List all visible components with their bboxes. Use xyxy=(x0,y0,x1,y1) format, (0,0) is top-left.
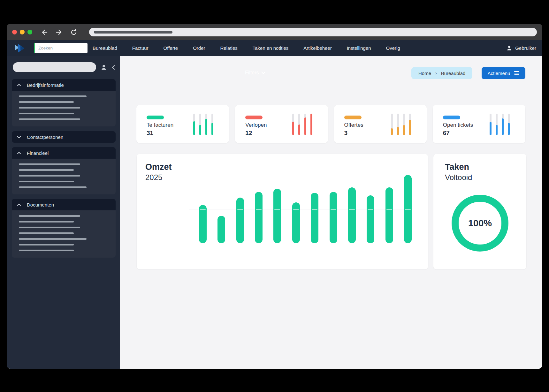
stat-value: 67 xyxy=(443,130,450,137)
chart-bar xyxy=(385,187,393,243)
chevron-up-icon xyxy=(17,151,21,155)
global-search-input[interactable] xyxy=(35,46,88,50)
back-button[interactable] xyxy=(41,28,48,36)
nav-item-order[interactable]: Order xyxy=(193,45,205,51)
sparkline-fill xyxy=(304,117,306,135)
stat-cards-row: Te facturen31Verlopen12Offertes3Open tic… xyxy=(136,105,525,143)
breadcrumb-separator: › xyxy=(435,71,437,76)
stat-card-verlopen[interactable]: Verlopen12 xyxy=(235,105,328,143)
nav-item-taken-en-notities[interactable]: Taken en notities xyxy=(253,45,289,51)
address-bar[interactable] xyxy=(89,28,537,36)
section-header-financieel[interactable]: Financieel xyxy=(12,147,116,159)
section-header-bedrijfsinformatie[interactable]: Bedrijfsinformatie xyxy=(12,79,116,91)
forward-button[interactable] xyxy=(55,28,63,36)
filters-dropdown[interactable]: Filters xyxy=(245,70,265,76)
sparkline-fill xyxy=(403,125,405,135)
gridline-dash-overlay xyxy=(256,209,262,210)
sidebar-section-contactpersonen: Contactpersonen xyxy=(12,131,116,143)
placeholder-line xyxy=(19,250,74,251)
sidebar-section-financieel: Financieel xyxy=(12,147,116,194)
main-content: Filters Home›Bureaublad Actiemenu Te fac… xyxy=(120,56,542,369)
chart-bar xyxy=(292,202,300,243)
chart-bar xyxy=(199,205,207,243)
stat-card-open-tickets[interactable]: Open tickets67 xyxy=(433,105,525,143)
chart-bar xyxy=(311,193,318,243)
reload-button[interactable] xyxy=(70,28,78,36)
chart-bar xyxy=(217,216,225,243)
placeholder-line xyxy=(19,107,80,109)
gridline-dash-overlay xyxy=(312,209,317,210)
user-label: Gebruiker xyxy=(515,45,536,51)
breadcrumb-item-home[interactable]: Home xyxy=(418,71,431,76)
app-logo-icon xyxy=(15,43,26,53)
sparkline xyxy=(391,114,411,135)
chevron-up-icon xyxy=(17,202,21,207)
chart-bar xyxy=(236,198,244,243)
topnav-items: BureaubladFactuurOfferteOrderRelatiesTak… xyxy=(93,45,400,51)
sparkline-track xyxy=(403,114,405,135)
stat-card-offertes[interactable]: Offertes3 xyxy=(334,105,427,143)
donut-ring: 100% xyxy=(452,195,508,252)
stat-label: Te facturen xyxy=(147,122,173,128)
placeholder-line xyxy=(19,221,74,222)
chart-bar xyxy=(404,175,412,243)
sparkline-fill xyxy=(508,123,510,135)
charts-row: Omzet 2025 Taken Voltooid 100% xyxy=(137,154,526,269)
zoom-window-button[interactable] xyxy=(27,30,32,34)
section-header-documenten[interactable]: Documenten xyxy=(12,199,116,210)
placeholder-line xyxy=(19,175,80,177)
placeholder-line xyxy=(19,232,74,234)
sparkline-track xyxy=(397,114,399,135)
person-icon xyxy=(101,64,107,71)
placeholder-line xyxy=(19,118,80,120)
section-header-contactpersonen[interactable]: Contactpersonen xyxy=(12,131,116,143)
collapse-sidebar-button[interactable] xyxy=(111,65,116,70)
stat-card-te-facturen[interactable]: Te facturen31 xyxy=(136,105,229,143)
sidebar-search-row xyxy=(12,62,116,72)
sparkline-track xyxy=(310,114,312,135)
chart-bar xyxy=(255,192,263,243)
nav-item-offerte[interactable]: Offerte xyxy=(164,45,178,51)
sidebar-search-input[interactable] xyxy=(13,62,96,72)
nav-item-overig[interactable]: Overig xyxy=(386,45,400,51)
sparkline-fill xyxy=(199,125,201,135)
nav-item-instellingen[interactable]: Instellingen xyxy=(347,45,371,51)
stat-value: 12 xyxy=(245,130,252,137)
sparkline xyxy=(193,114,213,135)
nav-item-factuur[interactable]: Factuur xyxy=(132,45,149,51)
close-window-button[interactable] xyxy=(12,30,17,34)
action-menu-button[interactable]: Actiemenu xyxy=(482,67,525,79)
gridline-dash-overlay xyxy=(331,209,336,210)
stat-label: Open tickets xyxy=(443,122,473,128)
contact-person-button[interactable] xyxy=(101,64,107,71)
placeholder-line xyxy=(19,186,87,188)
placeholder-line xyxy=(19,238,87,240)
sparkline-fill xyxy=(397,127,399,135)
minimize-window-button[interactable] xyxy=(20,30,25,34)
gridline-dash-overlay xyxy=(368,209,373,210)
user-menu[interactable]: Gebruiker xyxy=(506,45,536,51)
stat-accent-bar xyxy=(245,116,263,119)
placeholder-line xyxy=(19,169,74,171)
top-navigation: BureaubladFactuurOfferteOrderRelatiesTak… xyxy=(7,40,542,56)
filters-label: Filters xyxy=(245,70,259,76)
nav-item-bureaublad[interactable]: Bureaublad xyxy=(93,45,117,51)
sparkline-track xyxy=(508,114,510,135)
sparkline xyxy=(292,114,312,135)
gridline-dash-overlay xyxy=(200,209,206,210)
sidebar-section-documenten: Documenten xyxy=(12,199,116,258)
breadcrumb-item-bureaublad[interactable]: Bureaublad xyxy=(441,71,466,76)
sparkline-track xyxy=(298,114,300,135)
placeholder-line xyxy=(19,181,74,182)
sparkline-fill xyxy=(292,122,294,135)
section-label: Documenten xyxy=(27,202,54,207)
nav-item-relaties[interactable]: Relaties xyxy=(220,45,238,51)
gridline-dash-overlay xyxy=(386,209,392,210)
sparkline-fill xyxy=(409,120,411,135)
chart-bar xyxy=(330,192,337,243)
sidebar-section-bedrijfsinformatie: Bedrijfsinformatie xyxy=(12,79,116,126)
gridline-dash-overlay xyxy=(293,209,299,210)
nav-item-artikelbeheer[interactable]: Artikelbeheer xyxy=(303,45,332,51)
revenue-chart-card: Omzet 2025 xyxy=(137,154,428,269)
stat-label: Verlopen xyxy=(245,122,267,128)
